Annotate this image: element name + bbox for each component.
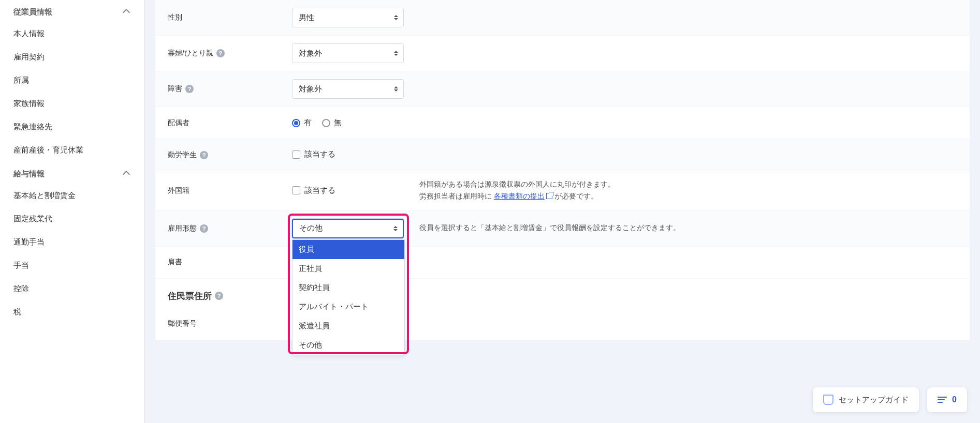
external-link-icon [546,193,552,199]
option-contract[interactable]: 契約社員 [292,278,404,297]
checkbox-label: 該当する [304,186,335,195]
label-disability: 障害 [168,84,182,94]
checkbox-icon [292,150,300,159]
help-employment-type: 役員を選択すると「基本給と割増賃金」で役員報酬を設定することができます。 [409,222,957,234]
sidebar-item-employment-contract[interactable]: 雇用契約 [0,46,144,69]
select-caret-icon [393,226,398,231]
select-disability[interactable]: 対象外 [292,79,404,99]
label-working-student: 勤労学生 [168,150,197,160]
radio-icon [322,119,330,127]
select-value: 男性 [299,13,314,23]
form-card: 性別 男性 寡婦/ひとり親 ? 対象外 [155,0,970,340]
help-text-line2-pre: 労務担当者は雇用時に [419,192,494,200]
help-foreign: 外国籍がある場合は源泉徴収票の外国人に丸印が付きます。 労務担当者は雇用時に 各… [409,179,957,203]
option-fulltime[interactable]: 正社員 [292,259,404,278]
row-foreign: 外国籍 該当する 外国籍がある場合は源泉徴収票の外国人に丸印が付きます。 労務担… [155,171,970,211]
option-parttime[interactable]: アルバイト・パート [292,297,404,316]
select-value: その他 [299,223,323,233]
setup-guide-button[interactable]: セットアップガイド [812,387,919,413]
sidebar-item-base-pay[interactable]: 基本給と割増賃金 [0,184,144,207]
row-employment-type: 雇用形態 ? その他 役員 正社員 契約社員 アルバイト・パート 派遣社員 [155,211,970,247]
label-widow: 寡婦/ひとり親 [168,49,213,58]
chevron-up-icon [123,8,130,16]
sidebar-item-family-info[interactable]: 家族情報 [0,92,144,115]
row-working-student: 勤労学生 ? 該当する [155,139,970,171]
select-value: 対象外 [299,49,322,58]
tasks-button[interactable]: 0 [927,387,968,413]
select-gender[interactable]: 男性 [292,8,404,27]
help-text-line2-post: が必要です。 [552,192,598,200]
help-icon[interactable]: ? [200,151,208,159]
help-text-line1: 外国籍がある場合は源泉徴収票の外国人に丸印が付きます。 [419,179,957,191]
setup-guide-label: セットアップガイド [839,395,909,405]
sidebar-section-label: 給与情報 [13,169,45,179]
option-dispatch[interactable]: 派遣社員 [292,316,404,336]
sidebar-section-employee-info[interactable]: 従業員情報 [0,0,144,22]
sidebar-item-tax[interactable]: 税 [0,300,144,324]
checkbox-icon [292,186,300,194]
checkbox-working-student[interactable]: 該当する [292,149,335,159]
sidebar-item-personal-info[interactable]: 本人情報 [0,22,144,46]
row-spouse: 配偶者 有 無 [155,107,970,139]
row-gender: 性別 男性 [155,0,970,36]
book-icon [823,395,833,405]
radio-spouse-yes[interactable]: 有 [292,118,312,128]
label-gender: 性別 [168,13,292,22]
checkbox-foreign[interactable]: 該当する [292,186,335,195]
sidebar-item-commute-allowance[interactable]: 通勤手当 [0,231,144,254]
select-value: 対象外 [299,84,322,94]
label-title: 肩書 [168,258,292,267]
tasks-count: 0 [952,395,957,404]
section-title: 住民票住所 [168,290,212,302]
sidebar-item-maternity-leave[interactable]: 産前産後・育児休業 [0,139,144,162]
row-disability: 障害 ? 対象外 [155,71,970,107]
sidebar-item-allowance[interactable]: 手当 [0,254,144,277]
radio-label: 有 [304,118,312,128]
label-spouse: 配偶者 [168,118,292,128]
label-foreign: 外国籍 [168,186,292,195]
select-employment-type[interactable]: その他 [292,219,404,238]
help-icon[interactable]: ? [215,292,223,300]
select-caret-icon [394,15,398,20]
sidebar-section-salary-info[interactable]: 給与情報 [0,162,144,184]
link-documents-submit[interactable]: 各種書類の提出 [494,192,552,200]
sidebar-item-department[interactable]: 所属 [0,69,144,92]
sidebar-item-fixed-overtime[interactable]: 固定残業代 [0,207,144,231]
dropdown-employment-type: 役員 正社員 契約社員 アルバイト・パート 派遣社員 その他 [292,239,405,355]
label-postal-code: 郵便番号 [168,319,292,328]
chevron-up-icon [123,170,130,177]
label-employment-type: 雇用形態 [168,224,197,233]
help-icon[interactable]: ? [200,224,208,233]
main-content: 性別 男性 寡婦/ひとり親 ? 対象外 [145,0,980,423]
option-officer[interactable]: 役員 [292,240,404,259]
row-postal-code: 郵便番号 [155,308,970,340]
checkbox-label: 該当する [304,149,335,159]
help-icon[interactable]: ? [185,85,194,93]
help-icon[interactable]: ? [216,49,225,57]
radio-group-spouse: 有 無 [292,118,409,128]
row-title: 肩書 [155,247,970,279]
select-caret-icon [394,86,398,92]
select-widow[interactable]: 対象外 [292,43,404,63]
row-widow: 寡婦/ひとり親 ? 対象外 [155,36,970,71]
select-caret-icon [394,51,398,56]
sidebar: 従業員情報 本人情報 雇用契約 所属 家族情報 緊急連絡先 産前産後・育児休業 … [0,0,145,423]
section-header-residence: 住民票住所 ? [155,279,970,308]
floating-buttons: セットアップガイド 0 [812,387,968,413]
sidebar-item-deduction[interactable]: 控除 [0,277,144,300]
sidebar-item-emergency-contact[interactable]: 緊急連絡先 [0,115,144,139]
list-icon [938,397,947,403]
option-other[interactable]: その他 [292,336,404,355]
sidebar-section-label: 従業員情報 [13,7,52,17]
radio-icon-checked [292,119,300,127]
radio-label: 無 [334,118,342,128]
radio-spouse-no[interactable]: 無 [322,118,342,128]
